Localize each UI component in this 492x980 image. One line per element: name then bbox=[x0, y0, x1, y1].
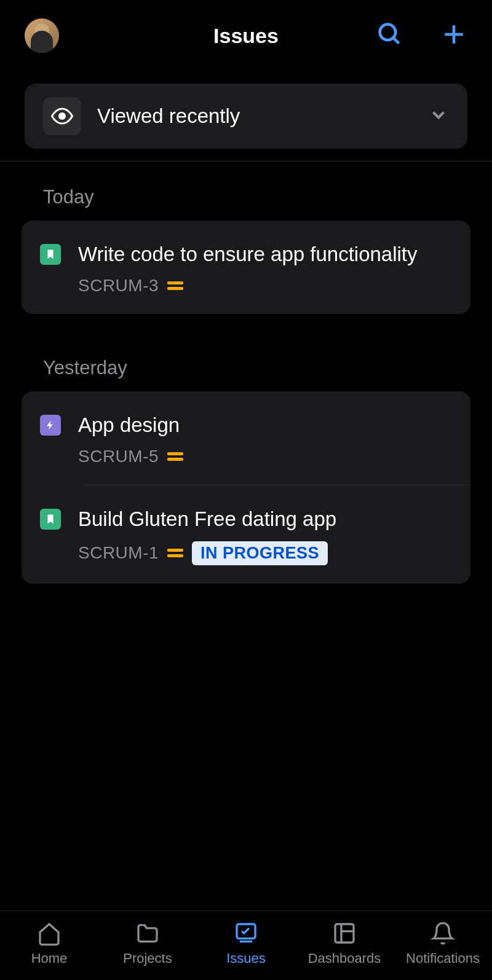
section-header-today: Today bbox=[0, 162, 492, 221]
issue-content: Build Gluten Free dating app SCRUM-1 IN … bbox=[78, 505, 470, 565]
issue-key: SCRUM-3 bbox=[78, 276, 159, 296]
nav-projects[interactable]: Projects bbox=[98, 921, 197, 966]
nav-notifications[interactable]: Notifications bbox=[394, 921, 492, 966]
svg-point-0 bbox=[380, 25, 396, 41]
priority-medium-icon bbox=[167, 452, 183, 461]
header-actions bbox=[376, 21, 467, 50]
chevron-down-icon bbox=[428, 104, 449, 128]
bottom-nav: Home Projects Issues Dashboards Notifica… bbox=[0, 911, 492, 980]
nav-issues[interactable]: Issues bbox=[197, 921, 295, 966]
issue-item[interactable]: Write code to ensure app functionality S… bbox=[22, 221, 470, 314]
content: Today Write code to ensure app functiona… bbox=[0, 162, 492, 911]
issue-title: App design bbox=[78, 411, 452, 439]
issue-content: App design SCRUM-5 bbox=[78, 411, 452, 466]
filter-label: Viewed recently bbox=[97, 104, 412, 128]
nav-dashboards[interactable]: Dashboards bbox=[295, 921, 394, 966]
issue-item[interactable]: Build Gluten Free dating app SCRUM-1 IN … bbox=[83, 485, 470, 583]
issue-meta: SCRUM-5 bbox=[78, 447, 452, 466]
status-badge: IN PROGRESS bbox=[192, 541, 328, 565]
page-title: Issues bbox=[213, 24, 279, 48]
nav-home[interactable]: Home bbox=[0, 921, 98, 966]
story-icon bbox=[40, 244, 61, 265]
issue-card: Write code to ensure app functionality S… bbox=[22, 221, 470, 314]
avatar[interactable] bbox=[25, 18, 59, 53]
nav-label: Notifications bbox=[406, 951, 480, 966]
issue-title: Build Gluten Free dating app bbox=[78, 505, 470, 533]
svg-rect-7 bbox=[335, 924, 354, 943]
svg-point-4 bbox=[60, 114, 65, 119]
nav-label: Dashboards bbox=[308, 951, 381, 966]
issue-item[interactable]: App design SCRUM-5 bbox=[22, 391, 470, 485]
search-icon[interactable] bbox=[376, 21, 403, 50]
priority-medium-icon bbox=[167, 281, 183, 290]
nav-label: Issues bbox=[226, 951, 266, 966]
issue-key: SCRUM-5 bbox=[78, 447, 159, 466]
issue-key: SCRUM-1 bbox=[78, 543, 159, 563]
issue-meta: SCRUM-1 IN PROGRESS bbox=[78, 541, 470, 565]
add-icon[interactable] bbox=[440, 21, 467, 50]
story-icon bbox=[40, 509, 61, 530]
section-header-yesterday: Yesterday bbox=[0, 314, 492, 391]
priority-medium-icon bbox=[167, 549, 183, 557]
nav-label: Projects bbox=[123, 951, 172, 966]
issue-content: Write code to ensure app functionality S… bbox=[78, 240, 452, 296]
epic-icon bbox=[40, 415, 61, 436]
header: Issues bbox=[0, 0, 492, 71]
svg-line-1 bbox=[394, 38, 399, 44]
issue-title: Write code to ensure app functionality bbox=[78, 240, 452, 269]
nav-label: Home bbox=[31, 951, 68, 966]
issue-card: App design SCRUM-5 Build Gluten Free dat… bbox=[22, 391, 470, 583]
filter-dropdown[interactable]: Viewed recently bbox=[25, 84, 467, 149]
issue-meta: SCRUM-3 bbox=[78, 276, 452, 296]
eye-icon bbox=[43, 97, 81, 135]
